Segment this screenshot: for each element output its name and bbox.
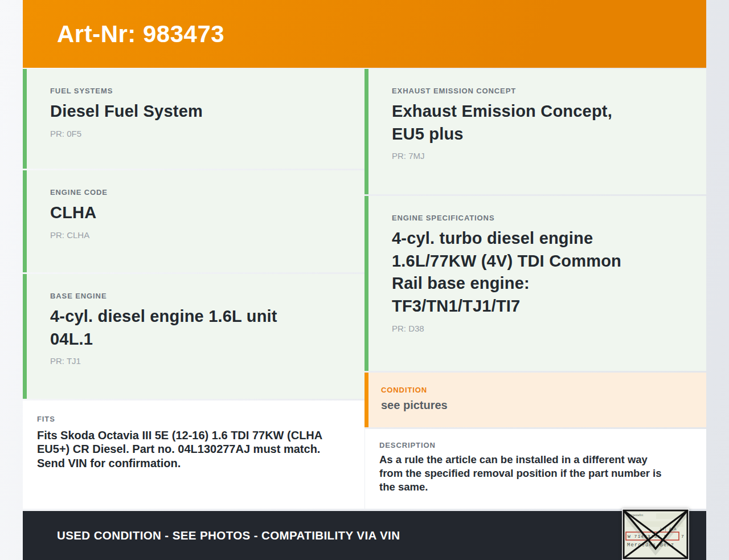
spec-title: 4-cyl. turbo diesel engine 1.6L/77KW (4V… — [392, 227, 685, 318]
listing-page: Art-Nr: 983473 FUEL SYSTEMS Diesel Fuel … — [0, 0, 729, 560]
spec-title: 4-cyl. diesel engine 1.6L unit 04L.1 — [50, 305, 343, 350]
fits-label: FITS — [37, 415, 343, 423]
spec-label: EXHAUST EMISSION CONCEPT — [392, 87, 685, 95]
spec-card-base-engine: BASE ENGINE 4-cyl. diesel engine 1.6L un… — [23, 274, 364, 399]
spec-pr-code: PR: D38 — [392, 324, 685, 333]
spec-pr-code: PR: 7MJ — [392, 151, 685, 161]
fits-text: Fits Skoda Octavia III 5E (12-16) 1.6 TD… — [37, 428, 343, 470]
spec-title: CLHA — [50, 202, 343, 224]
card-columns: FUEL SYSTEMS Diesel Fuel System PR: 0F5 … — [23, 69, 706, 510]
article-number-title: Art-Nr: 983473 — [57, 21, 224, 48]
content-container: Art-Nr: 983473 FUEL SYSTEMS Diesel Fuel … — [23, 0, 706, 560]
condition-value: see pictures — [381, 399, 685, 412]
right-column: EXHAUST EMISSION CONCEPT Exhaust Emissio… — [364, 69, 706, 510]
stamp-vin-suffix: 7 — [681, 534, 684, 539]
spec-label: ENGINE CODE — [50, 188, 343, 197]
spec-card-fuel-systems: FUEL SYSTEMS Diesel Fuel System PR: 0F5 — [23, 69, 364, 169]
envelope-icon: Fahrgestellnr. |4| AIA W 71463J31 8 7 Me… — [622, 509, 689, 560]
left-column: FUEL SYSTEMS Diesel Fuel System PR: 0F5 … — [23, 69, 364, 510]
registration-document-image: Fahrgestellnr. |4| AIA W 71463J31 8 7 Me… — [622, 509, 689, 560]
spec-card-exhaust-emission: EXHAUST EMISSION CONCEPT Exhaust Emissio… — [364, 69, 706, 194]
spec-label: FUEL SYSTEMS — [50, 87, 343, 95]
spec-label: ENGINE SPECIFICATIONS — [392, 214, 685, 222]
spec-label: BASE ENGINE — [50, 292, 343, 300]
spec-card-engine-specifications: ENGINE SPECIFICATIONS 4-cyl. turbo diese… — [364, 196, 706, 371]
spec-card-engine-code: ENGINE CODE CLHA PR: CLHA — [23, 170, 364, 272]
description-label: DESCRIPTION — [379, 441, 685, 449]
condition-label: CONDITION — [381, 386, 685, 394]
fits-card: FITS Fits Skoda Octavia III 5E (12-16) 1… — [23, 400, 364, 509]
spec-title: Exhaust Emission Concept, EU5 plus — [392, 100, 685, 145]
spec-pr-code: PR: 0F5 — [50, 129, 343, 138]
spec-pr-code: PR: TJ1 — [50, 356, 343, 366]
description-card: DESCRIPTION As a rule the article can be… — [364, 429, 706, 509]
description-text: As a rule the article can be installed i… — [379, 453, 685, 494]
footer-bar: USED CONDITION - SEE PHOTOS - COMPATIBIL… — [23, 511, 706, 560]
spec-pr-code: PR: CLHA — [50, 230, 343, 240]
spec-title: Diesel Fuel System — [50, 100, 343, 123]
header-banner: Art-Nr: 983473 — [23, 0, 706, 68]
footer-text: USED CONDITION - SEE PHOTOS - COMPATIBIL… — [57, 529, 400, 542]
condition-card: CONDITION see pictures — [364, 373, 706, 427]
